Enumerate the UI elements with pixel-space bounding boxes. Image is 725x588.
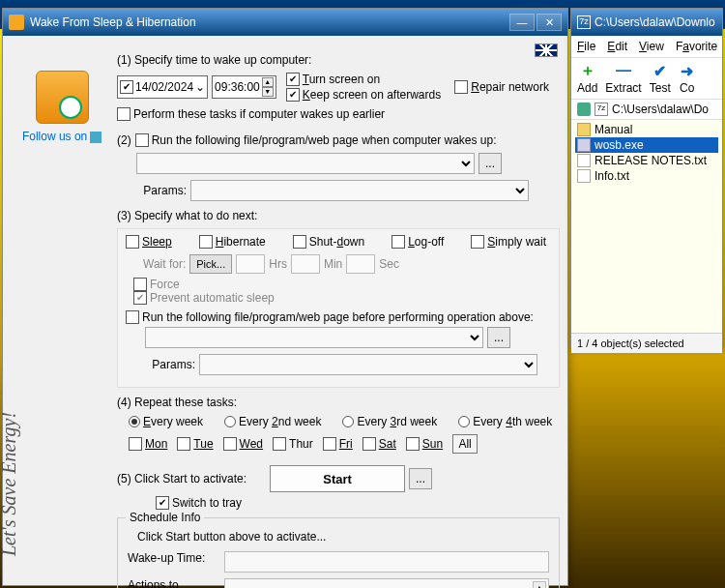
file-item[interactable]: Info.txt (575, 168, 718, 184)
switch-tray-checkbox[interactable]: ✔Switch to tray (156, 496, 242, 510)
file-item[interactable]: RELEASE NOTES.txt (575, 153, 718, 168)
every-2nd-radio[interactable]: Every 2nd week (224, 415, 321, 428)
menu-edit[interactable]: Edit (607, 40, 627, 53)
fri-checkbox[interactable]: Fri (323, 437, 353, 451)
wake-time-label: Wake-up Time: (128, 551, 217, 565)
titlebar[interactable]: Wake From Sleep & Hibernation — ✕ (3, 9, 567, 36)
keep-screen-checkbox[interactable]: ✔Keep screen on afterwards (286, 88, 441, 102)
energy-slogan: Let's Save Energy! (0, 412, 20, 556)
sun-checkbox[interactable]: Sun (406, 437, 443, 451)
check-icon: ✔ (652, 62, 669, 79)
mon-checkbox[interactable]: Mon (129, 437, 167, 451)
repair-network-checkbox[interactable]: Repair network (454, 80, 549, 94)
scroll-up-icon[interactable]: ▲ (533, 581, 546, 588)
twitter-icon[interactable] (90, 132, 102, 143)
run-path-combo[interactable] (136, 153, 475, 174)
menu-bar: File Edit View Favorite (571, 36, 722, 58)
status-bar: 1 / 4 object(s) selected (571, 333, 722, 353)
folder-icon (577, 123, 591, 136)
app-logo-icon (36, 71, 89, 124)
menu-view[interactable]: View (639, 40, 664, 53)
params-label-2: Params: (145, 358, 195, 371)
uk-flag-icon[interactable] (535, 44, 558, 57)
force-checkbox[interactable]: Force (133, 278, 275, 291)
window-title: Wake From Sleep & Hibernation (30, 15, 196, 29)
actions-value: ▲ ▼ (224, 578, 549, 588)
copy-button[interactable]: ➜Co (679, 62, 696, 95)
every-4th-radio[interactable]: Every 4th week (458, 415, 552, 428)
hrs-input[interactable] (236, 254, 265, 274)
browse-button-1[interactable]: ... (478, 153, 502, 174)
date-enable-checkbox[interactable]: ✔ (120, 80, 133, 94)
date-field[interactable]: ✔ 14/02/2024 ⌄ (117, 75, 208, 99)
wed-checkbox[interactable]: Wed (223, 437, 263, 451)
section-1-label: (1) Specify time to wake up computer: (117, 53, 560, 67)
follow-link[interactable]: Follow us on (22, 132, 102, 142)
logoff-checkbox[interactable]: Log-off (392, 235, 444, 249)
schedule-info-group: Schedule Info Click Start button above t… (117, 517, 560, 588)
toolbar: ＋Add —Extract ✔Test ➜Co (571, 58, 722, 100)
menu-file[interactable]: File (577, 40, 595, 53)
perform-earlier-checkbox[interactable]: Perform these tasks if computer wakes up… (117, 107, 385, 121)
seven-zip-icon: 7z (577, 15, 591, 29)
tue-checkbox[interactable]: Tue (177, 437, 213, 451)
minus-icon: — (615, 62, 632, 79)
sleep-checkbox[interactable]: Sleep (126, 235, 172, 249)
time-up[interactable]: ▲ (262, 77, 274, 87)
all-days-button[interactable]: All (452, 434, 478, 454)
archive-icon: 7z (594, 103, 608, 116)
sat-checkbox[interactable]: Sat (362, 437, 396, 451)
file-name: Manual (594, 123, 632, 136)
run-before-combo[interactable] (145, 327, 483, 348)
date-value[interactable]: 14/02/2024 (135, 80, 193, 94)
params-label-1: Params: (136, 184, 187, 197)
logo-section: Follow us on (18, 71, 105, 143)
run-on-wake-checkbox[interactable]: Run the following file/program/web page … (135, 133, 497, 147)
extract-button[interactable]: —Extract (605, 62, 641, 95)
min-input[interactable] (291, 254, 320, 274)
test-button[interactable]: ✔Test (650, 62, 671, 95)
file-item[interactable]: wosb.exe (575, 137, 718, 153)
date-dropdown-icon[interactable]: ⌄ (195, 80, 205, 94)
wake-time-value (224, 551, 549, 573)
shutdown-checkbox[interactable]: Shut-down (293, 235, 364, 249)
prevent-sleep-checkbox[interactable]: ✔Prevent automatic sleep (133, 291, 275, 305)
every-week-radio[interactable]: Every week (129, 415, 203, 428)
txt-icon (577, 154, 591, 167)
file-list[interactable]: Manualwosb.exeRELEASE NOTES.txtInfo.txt (571, 120, 722, 333)
address-path[interactable]: C:\Users\dalaw\Do (612, 103, 709, 116)
time-value[interactable]: 09:36:00 (215, 80, 260, 94)
minimize-button[interactable]: — (509, 14, 535, 31)
file-item[interactable]: Manual (575, 122, 718, 137)
address-bar[interactable]: 7z C:\Users\dalaw\Do (571, 100, 722, 120)
hibernate-checkbox[interactable]: Hibernate (199, 235, 266, 249)
thu-checkbox[interactable]: Thur (273, 437, 313, 451)
turn-screen-checkbox[interactable]: ✔Turn screen on (286, 73, 441, 86)
add-button[interactable]: ＋Add (577, 62, 597, 95)
params-combo-1[interactable] (190, 180, 529, 201)
fw-titlebar[interactable]: 7z C:\Users\dalaw\Downlo (571, 9, 722, 36)
browse-button-2[interactable]: ... (487, 327, 510, 348)
file-manager-window: 7z C:\Users\dalaw\Downlo File Edit View … (570, 8, 723, 348)
file-name: wosb.exe (594, 138, 644, 152)
sec-input[interactable] (346, 254, 375, 274)
time-down[interactable]: ▼ (262, 87, 274, 97)
run-before-checkbox[interactable]: Run the following file/program/web page … (126, 310, 534, 324)
section-5-label: (5) Click Start to activate: (117, 472, 246, 485)
plus-icon: ＋ (579, 62, 596, 79)
simply-wait-checkbox[interactable]: Simply wait (471, 235, 546, 249)
actions-label: Actions to (128, 578, 217, 588)
menu-favorites[interactable]: Favorite (676, 40, 717, 53)
up-folder-icon[interactable] (577, 103, 591, 116)
txt-icon (577, 169, 591, 183)
start-more-button[interactable]: ... (409, 468, 432, 489)
start-button[interactable]: Start (270, 465, 405, 492)
close-button[interactable]: ✕ (536, 14, 562, 31)
every-3rd-radio[interactable]: Every 3rd week (342, 415, 437, 428)
section-2-num: (2) (117, 133, 131, 147)
pick-button[interactable]: Pick... (189, 254, 232, 274)
time-field[interactable]: 09:36:00 ▲▼ (212, 75, 276, 99)
params-combo-2[interactable] (199, 354, 537, 375)
schedule-legend: Schedule Info (126, 511, 204, 524)
wait-for-label: Wait for: (143, 257, 186, 271)
